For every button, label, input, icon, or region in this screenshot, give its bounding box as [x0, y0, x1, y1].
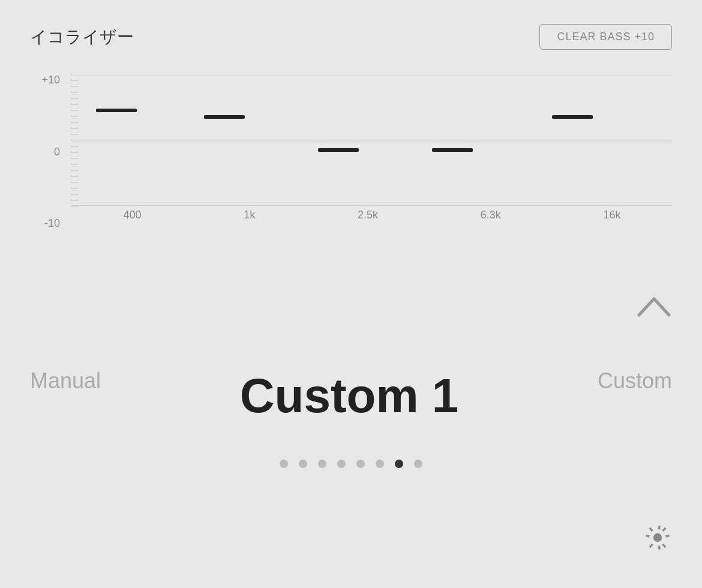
eq-y-labels: +10 0 -10 — [30, 74, 66, 230]
y-tick-22 — [71, 206, 78, 206]
eq-x-label-400: 400 — [123, 209, 141, 221]
dot-5[interactable] — [376, 460, 384, 468]
eq-y-label-top: +10 — [41, 74, 60, 86]
preset-center-label: Custom 1 — [240, 368, 459, 424]
eq-bars — [72, 74, 672, 206]
eq-x-label-2.5k: 2.5k — [358, 209, 378, 221]
dot-indicators — [280, 460, 422, 468]
dot-7[interactable] — [414, 460, 422, 468]
eq-bar-16k[interactable] — [552, 115, 593, 119]
dot-1[interactable] — [299, 460, 307, 468]
eq-x-label-1k: 1k — [244, 209, 255, 221]
chevron-up-icon[interactable] — [636, 294, 672, 324]
dot-6[interactable] — [395, 460, 403, 468]
dot-3[interactable] — [337, 460, 346, 468]
page-title: イコライザー — [30, 26, 134, 49]
dot-4[interactable] — [356, 460, 365, 468]
eq-x-label-16k: 16k — [604, 209, 621, 221]
eq-bar-6.3k[interactable] — [432, 148, 473, 152]
eq-x-labels: 4001k2.5k6.3k16k — [72, 209, 672, 221]
eq-bar-400[interactable] — [96, 109, 137, 112]
equalizer-section: +10 0 -10 4001k2.5k6.3k16k — [0, 62, 702, 242]
eq-y-label-bottom: -10 — [44, 217, 60, 230]
eq-x-label-6.3k: 6.3k — [481, 209, 501, 221]
dot-2[interactable] — [318, 460, 326, 468]
carousel-section: Manual Custom 1 Custom — [0, 368, 702, 468]
eq-container: +10 0 -10 4001k2.5k6.3k16k — [30, 74, 672, 230]
eq-bar-1k[interactable] — [204, 115, 245, 119]
clear-bass-button[interactable]: CLEAR BASS +10 — [539, 24, 672, 50]
eq-y-label-zero: 0 — [54, 146, 60, 158]
header: イコライザー CLEAR BASS +10 — [0, 0, 702, 62]
eq-bar-2.5k[interactable] — [318, 148, 359, 152]
preset-right-label: Custom — [598, 368, 684, 424]
settings-icon[interactable] — [643, 523, 672, 558]
eq-chart-area — [72, 74, 672, 206]
preset-left-label: Manual — [18, 368, 101, 424]
dot-0[interactable] — [280, 460, 288, 468]
preset-names: Manual Custom 1 Custom — [0, 368, 702, 424]
